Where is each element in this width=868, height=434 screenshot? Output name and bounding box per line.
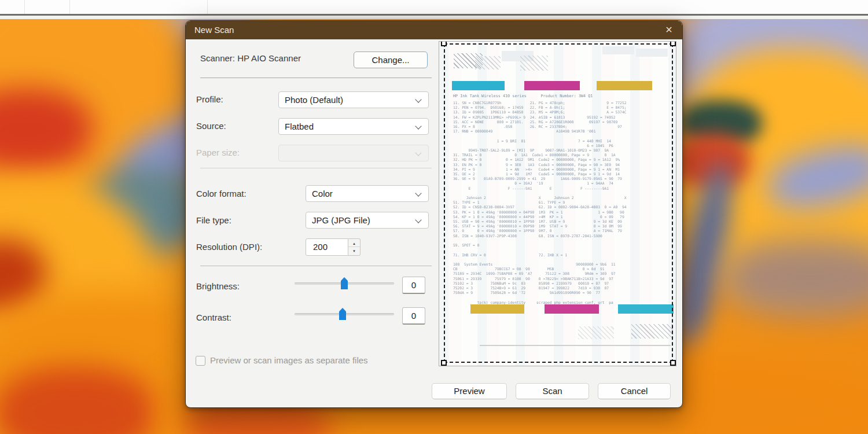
toolbar-divider bbox=[24, 0, 25, 14]
paper-size-label: Paper size: bbox=[196, 148, 240, 157]
spin-down-icon[interactable]: ▼ bbox=[348, 248, 360, 256]
brightness-label: Brightness: bbox=[196, 281, 240, 291]
selection-handle-bottom-right[interactable] bbox=[670, 360, 676, 366]
spin-up-icon[interactable]: ▲ bbox=[348, 239, 360, 247]
profile-select[interactable]: Photo (Default) bbox=[278, 91, 429, 108]
change-scanner-button[interactable]: Change... bbox=[354, 52, 428, 68]
source-select[interactable]: Flatbed bbox=[278, 118, 429, 135]
chevron-down-icon bbox=[415, 96, 421, 102]
selection-handle-top-left[interactable] bbox=[441, 41, 447, 46]
separator bbox=[200, 266, 432, 266]
contrast-slider-thumb[interactable] bbox=[339, 308, 346, 320]
separate-files-label: Preview or scan images as separate files bbox=[210, 355, 368, 365]
selection-rectangle[interactable] bbox=[444, 43, 673, 363]
contrast-value[interactable]: 0 bbox=[402, 307, 425, 325]
dialog-title: New Scan bbox=[194, 21, 234, 39]
chevron-down-icon bbox=[415, 123, 421, 129]
toolbar-divider bbox=[69, 0, 70, 14]
background-window-toolbar bbox=[0, 0, 868, 19]
chevron-down-icon bbox=[415, 149, 421, 156]
source-value: Flatbed bbox=[285, 122, 314, 131]
dialog-titlebar[interactable]: New Scan ✕ bbox=[186, 21, 682, 39]
chevron-down-icon bbox=[415, 190, 421, 196]
chevron-down-icon bbox=[415, 216, 421, 223]
file-type-label: File type: bbox=[196, 215, 231, 225]
file-type-select[interactable]: JPG (JPG File) bbox=[306, 212, 429, 229]
close-icon[interactable]: ✕ bbox=[661, 23, 676, 37]
color-format-select[interactable]: Color bbox=[306, 185, 429, 202]
profile-value: Photo (Default) bbox=[285, 95, 343, 105]
brightness-slider[interactable] bbox=[295, 277, 394, 290]
resolution-spin-buttons: ▲ ▼ bbox=[348, 238, 361, 256]
scanner-label: Scanner: HP AIO Scanner bbox=[200, 53, 301, 63]
scan-preview-pane[interactable]: HP Ink Tank Wireless 410 series Product … bbox=[439, 41, 676, 366]
resolution-label: Resolution (DPI): bbox=[196, 242, 262, 252]
file-type-value: JPG (JPG File) bbox=[312, 215, 370, 225]
selection-handle-top-right[interactable] bbox=[670, 41, 676, 46]
toolbar-divider bbox=[207, 0, 208, 14]
preview-button[interactable]: Preview bbox=[432, 383, 507, 399]
resolution-spinbox: 200 ▲ ▼ bbox=[306, 238, 361, 256]
contrast-label: Contrast: bbox=[196, 312, 231, 322]
new-scan-dialog: New Scan ✕ Scanner: HP AIO Scanner Chang… bbox=[185, 20, 683, 408]
source-label: Source: bbox=[196, 121, 226, 131]
resolution-input[interactable]: 200 bbox=[306, 238, 348, 256]
separator bbox=[200, 78, 432, 78]
scan-button[interactable]: Scan bbox=[516, 383, 589, 399]
wallpaper-shadow bbox=[720, 239, 868, 317]
separator bbox=[200, 168, 432, 168]
profile-label: Profile: bbox=[196, 94, 223, 104]
brightness-value[interactable]: 0 bbox=[402, 277, 425, 294]
brightness-slider-thumb[interactable] bbox=[341, 277, 348, 289]
contrast-slider[interactable] bbox=[295, 308, 394, 321]
color-format-label: Color format: bbox=[196, 189, 247, 198]
paper-size-select bbox=[278, 145, 429, 161]
separate-files-checkbox[interactable] bbox=[196, 356, 205, 366]
color-format-value: Color bbox=[312, 189, 333, 198]
selection-handle-bottom-left[interactable] bbox=[441, 360, 447, 366]
cancel-button[interactable]: Cancel bbox=[598, 383, 671, 399]
